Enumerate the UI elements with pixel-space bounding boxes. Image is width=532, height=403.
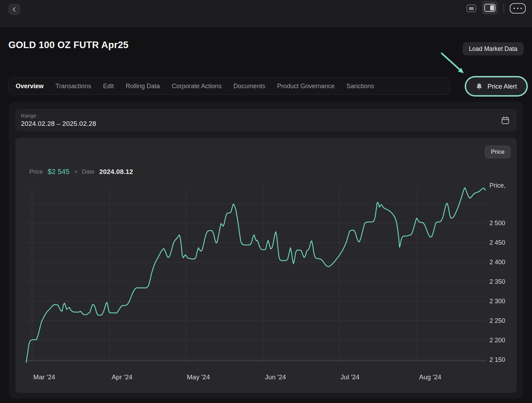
price-line: [26, 188, 485, 362]
tab-edit[interactable]: Edit: [97, 83, 120, 90]
price-chart[interactable]: Price,2 5002 4502 4002 3502 3002 2502 20…: [15, 138, 517, 393]
calendar-button[interactable]: [500, 115, 510, 126]
y-tick-label: 2 300: [489, 298, 505, 305]
y-tick-label: 2 450: [489, 239, 505, 246]
chevron-left-icon: [12, 7, 17, 12]
layout-single-pane-button[interactable]: [466, 5, 476, 12]
tab-documents[interactable]: Documents: [228, 83, 271, 90]
topbar: [0, 0, 532, 27]
price-alert-label: Price Alert: [487, 83, 517, 90]
tab-product-governance[interactable]: Product Governance: [271, 83, 341, 90]
more-options-button[interactable]: [510, 3, 526, 14]
ellipsis-icon: [514, 8, 515, 9]
y-tick-label: 2 200: [489, 337, 505, 344]
topbar-divider: [503, 4, 504, 13]
range-label: Range: [21, 113, 36, 119]
x-tick-label: Aug '24: [419, 373, 441, 381]
tab-corporate-actions[interactable]: Corporate Actions: [166, 83, 228, 90]
x-tick-label: Jul '24: [341, 373, 360, 381]
price-alert-button[interactable]: Price Alert: [465, 76, 528, 97]
tab-sanctions[interactable]: Sanctions: [341, 83, 380, 90]
y-tick-label: 2 400: [489, 259, 505, 266]
page-title: GOLD 100 OZ FUTR Apr25: [8, 40, 129, 51]
tab-overview[interactable]: Overview: [16, 83, 50, 90]
load-market-data-button[interactable]: Load Market Data: [463, 42, 524, 55]
date-range-picker[interactable]: Range 2024.02.28 – 2025.02.28: [15, 109, 517, 131]
range-value: 2024.02.28 – 2025.02.28: [21, 120, 96, 128]
y-axis-title: Price,: [489, 182, 506, 189]
back-button[interactable]: [8, 4, 20, 15]
x-tick-label: Jun '24: [265, 373, 286, 381]
y-tick-label: 2 350: [489, 278, 505, 285]
layout-split-pane-button[interactable]: [482, 1, 498, 15]
tab-transactions[interactable]: Transactions: [50, 83, 97, 90]
layout-split-pane-icon: [484, 4, 495, 12]
chart-card: Price Price $2 545 Date 2024.08.12 Price…: [15, 138, 517, 393]
calendar-icon: [501, 116, 510, 125]
tab-rolling-data[interactable]: Rolling Data: [120, 83, 166, 90]
y-axis-labels: Price,2 5002 4502 4002 3502 3002 2502 20…: [489, 182, 506, 363]
tab-bar: Overview Transactions Edit Rolling Data …: [8, 77, 450, 95]
content-section: Range 2024.02.28 – 2025.02.28 Price Pric…: [9, 102, 523, 398]
y-tick-label: 2 500: [489, 220, 505, 227]
x-tick-label: May '24: [187, 373, 210, 381]
y-tick-label: 2 150: [489, 356, 505, 363]
y-tick-label: 2 250: [489, 317, 505, 324]
x-tick-label: Apr '24: [112, 373, 132, 381]
layout-single-pane-icon: [469, 7, 474, 10]
x-axis-labels: Mar '24Apr '24May '24Jun '24Jul '24Aug '…: [33, 373, 442, 381]
bell-icon: [476, 83, 483, 90]
chart-gridlines: [26, 187, 486, 361]
x-tick-label: Mar '24: [33, 373, 55, 381]
